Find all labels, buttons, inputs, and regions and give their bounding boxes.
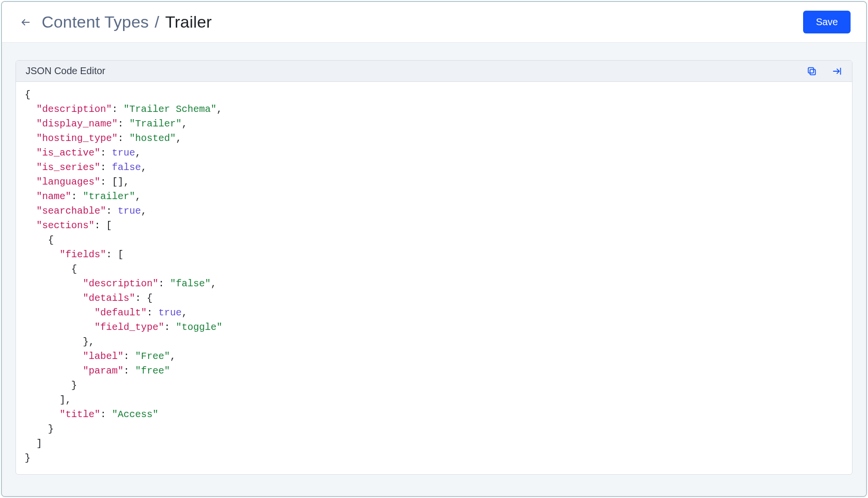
copy-icon[interactable] — [806, 66, 817, 77]
breadcrumb-root[interactable]: Content Types — [42, 13, 149, 31]
collapse-right-icon[interactable] — [832, 66, 842, 77]
breadcrumb-separator: / — [155, 13, 159, 31]
editor-title: JSON Code Editor — [26, 65, 106, 77]
svg-rect-1 — [810, 69, 815, 75]
editor-header: JSON Code Editor — [16, 61, 852, 82]
breadcrumb: Content Types / Trailer — [42, 13, 212, 31]
content-area: JSON Code Editor — [2, 43, 866, 496]
header-left: Content Types / Trailer — [20, 13, 212, 31]
app-frame: Content Types / Trailer Save JSON Code E… — [1, 1, 867, 497]
editor-actions — [806, 66, 842, 77]
json-code-editor[interactable]: { "description": "Trailer Schema", "disp… — [16, 82, 852, 474]
page-header: Content Types / Trailer Save — [2, 2, 866, 43]
breadcrumb-leaf: Trailer — [165, 13, 212, 31]
json-editor-panel: JSON Code Editor — [16, 60, 852, 475]
back-arrow-icon[interactable] — [20, 17, 31, 28]
save-button[interactable]: Save — [803, 11, 851, 33]
svg-rect-2 — [808, 67, 814, 73]
